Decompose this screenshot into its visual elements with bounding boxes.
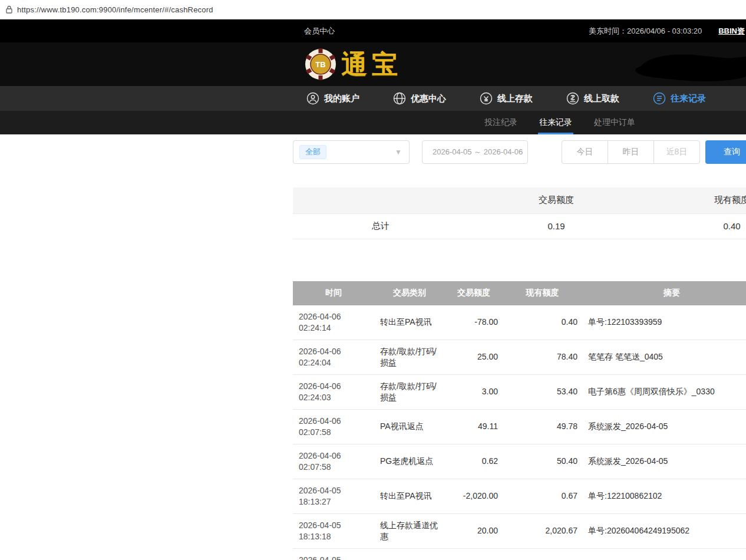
cell-amount: 0.62 — [445, 444, 503, 479]
sub-navbar: 投注纪录 往来记录 处理中订单 — [0, 111, 746, 134]
chevron-down-icon: ▼ — [395, 148, 402, 156]
cell-balance: 78.40 — [503, 340, 582, 374]
cell-time: 2026-04-05 18:13:27 — [293, 479, 374, 513]
nav-label: 往来记录 — [671, 93, 706, 104]
cell-balance: 53.40 — [503, 374, 582, 409]
cell-memo: 单号:122100862102 — [582, 479, 746, 513]
cell-time: 2026-04-06 02:07:58 — [293, 409, 374, 444]
site-logo[interactable]: TB 通宝 — [305, 48, 402, 81]
cell-type: 线上存款通道优惠 — [374, 513, 445, 548]
table-row: 2026-04-05 18:13:18 线上存款通道优惠 20.00 2,020… — [293, 513, 746, 548]
subnav-label: 处理中订单 — [594, 117, 635, 128]
cell-type: 存款/取款/打码/损益 — [374, 340, 445, 374]
cell-amount: 3.00 — [445, 374, 503, 409]
cell-memo: 系统派发_2026-04-05 — [582, 444, 746, 479]
col-header-time: 时间 — [293, 281, 374, 305]
date-range-input[interactable]: 2026-04-05 ～ 2026-04-06 — [422, 140, 528, 164]
nav-label: 线上取款 — [584, 93, 619, 104]
subnav-label: 往来记录 — [539, 117, 572, 128]
selected-type-tag[interactable]: 全部 — [299, 145, 326, 159]
cell-balance: 2,020.67 — [503, 513, 582, 548]
subnav-betting-records[interactable]: 投注纪录 — [483, 111, 519, 134]
nav-online-deposit[interactable]: 线上存款 — [480, 86, 533, 111]
cell-amount: 2,000.00 — [445, 548, 503, 560]
cell-time: 2026-04-05 18:13:18 — [293, 513, 374, 548]
us-eastern-time: 美东时间：2026/04/06 - 03:03:20 — [589, 26, 702, 37]
summary-header-row: 交易额度 现有额度 — [293, 187, 746, 213]
cell-time: 2026-04-06 02:24:04 — [293, 340, 374, 374]
cell-amount: 49.11 — [445, 409, 503, 444]
cell-time: 2026-04-06 02:24:14 — [293, 305, 374, 340]
cell-memo: 单号:122103393959 — [582, 305, 746, 340]
table-row: 2026-04-06 02:07:58 PA视讯返点 49.11 49.78 系… — [293, 409, 746, 444]
cell-balance: 0.67 — [503, 479, 582, 513]
table-row: 2026-04-06 02:07:58 PG老虎机返点 0.62 50.40 系… — [293, 444, 746, 479]
record-document-icon — [653, 92, 666, 105]
date-range-value[interactable]: 2026-04-05 ～ 2026-04-06 — [433, 147, 523, 157]
logo-band: TB 通宝 — [0, 42, 746, 86]
nav-label: 我的账户 — [324, 93, 359, 104]
redacted-username-scribble — [634, 51, 746, 85]
summary-total-row: 总计 0.19 0.40 — [293, 213, 746, 239]
filter-row: 全部 ▼ 2026-04-05 ～ 2026-04-06 今日 昨日 近8日 查… — [293, 140, 746, 164]
withdrawal-coin-icon — [566, 92, 579, 105]
bbin-promo-link[interactable]: BBIN资 — [718, 26, 745, 37]
cell-memo: 单号:202604064249195062 — [582, 513, 746, 548]
lock-icon — [6, 5, 12, 14]
subnav-transaction-records[interactable]: 往来记录 — [538, 111, 573, 134]
table-row: 2026-04-05 18:13:18 线上存款 2,000.00 2,000.… — [293, 548, 746, 560]
cell-type: PG老虎机返点 — [374, 444, 445, 479]
col-header-type: 交易类别 — [374, 281, 445, 305]
table-row: 2026-04-06 02:24:04 存款/取款/打码/损益 25.00 78… — [293, 340, 746, 374]
nav-online-withdrawal[interactable]: 线上取款 — [566, 86, 619, 111]
svg-text:TB: TB — [315, 60, 325, 69]
cell-balance: 50.40 — [503, 444, 582, 479]
cell-time: 2026-04-06 02:07:58 — [293, 444, 374, 479]
col-header-memo: 摘要 — [582, 281, 746, 305]
yesterday-button[interactable]: 昨日 — [608, 140, 654, 164]
search-button[interactable]: 查询 — [705, 140, 746, 164]
nav-my-account[interactable]: 我的账户 — [306, 86, 359, 111]
deposit-coin-icon — [480, 92, 493, 105]
summary-total-balance: 0.40 — [644, 213, 746, 239]
quick-range-group: 今日 昨日 近8日 — [562, 140, 700, 164]
nav-promotions[interactable]: 优惠中心 — [393, 86, 446, 111]
today-button[interactable]: 今日 — [562, 140, 608, 164]
transactions-table: 时间 交易类别 交易额度 现有额度 摘要 2026-04-06 02:24:14… — [293, 281, 746, 560]
cell-memo: 笔笔存 笔笔送_0405 — [582, 340, 746, 374]
table-row: 2026-04-05 18:13:27 转出至PA视讯 -2,020.00 0.… — [293, 479, 746, 513]
subnav-pending-orders[interactable]: 处理中订单 — [593, 111, 636, 134]
browser-address-bar[interactable]: https://www.tb190.com:9900/infe/mcenter/… — [0, 0, 746, 19]
subnav-label: 投注纪录 — [484, 117, 517, 128]
transactions-header-row: 时间 交易类别 交易额度 现有额度 摘要 — [293, 281, 746, 305]
cell-time: 2026-04-06 02:24:03 — [293, 374, 374, 409]
member-center-link[interactable]: 会员中心 — [304, 19, 335, 42]
cell-balance: 0.40 — [503, 305, 582, 340]
last-8-days-button[interactable]: 近8日 — [653, 140, 700, 164]
nav-transaction-records[interactable]: 往来记录 — [653, 86, 706, 111]
transactions-body: 2026-04-06 02:24:14 转出至PA视讯 -78.00 0.40 … — [293, 305, 746, 560]
poker-chip-logo-icon: TB — [305, 48, 336, 80]
cell-type: PA视讯返点 — [374, 409, 445, 444]
url-text[interactable]: https://www.tb190.com:9900/infe/mcenter/… — [17, 5, 213, 14]
cell-type: 线上存款 — [374, 548, 445, 560]
cell-time: 2026-04-05 18:13:18 — [293, 548, 374, 560]
cell-amount: 20.00 — [445, 513, 503, 548]
cell-amount: -2,020.00 — [445, 479, 503, 513]
transaction-type-select[interactable]: 全部 ▼ — [293, 140, 410, 164]
content-area: 全部 ▼ 2026-04-05 ～ 2026-04-06 今日 昨日 近8日 查… — [293, 134, 746, 560]
cell-amount: -78.00 — [445, 305, 503, 340]
summary-header-balance: 现有额度 — [644, 187, 746, 213]
summary-total-label: 总计 — [293, 213, 468, 239]
table-row: 2026-04-06 02:24:14 转出至PA视讯 -78.00 0.40 … — [293, 305, 746, 340]
cell-type: 存款/取款/打码/损益 — [374, 374, 445, 409]
nav-label: 线上存款 — [497, 93, 533, 104]
main-navbar: 我的账户 优惠中心 线上存款 — [0, 86, 746, 111]
summary-header-blank — [293, 187, 468, 213]
cell-type: 转出至PA视讯 — [374, 479, 445, 513]
col-header-amount: 交易额度 — [445, 281, 503, 305]
cell-amount: 25.00 — [445, 340, 503, 374]
brand-name: 通宝 — [341, 48, 402, 81]
cell-memo: 电子第6惠《周周双倍快乐》_0330 — [582, 374, 746, 409]
summary-table: 交易额度 现有额度 总计 0.19 0.40 — [293, 187, 746, 239]
